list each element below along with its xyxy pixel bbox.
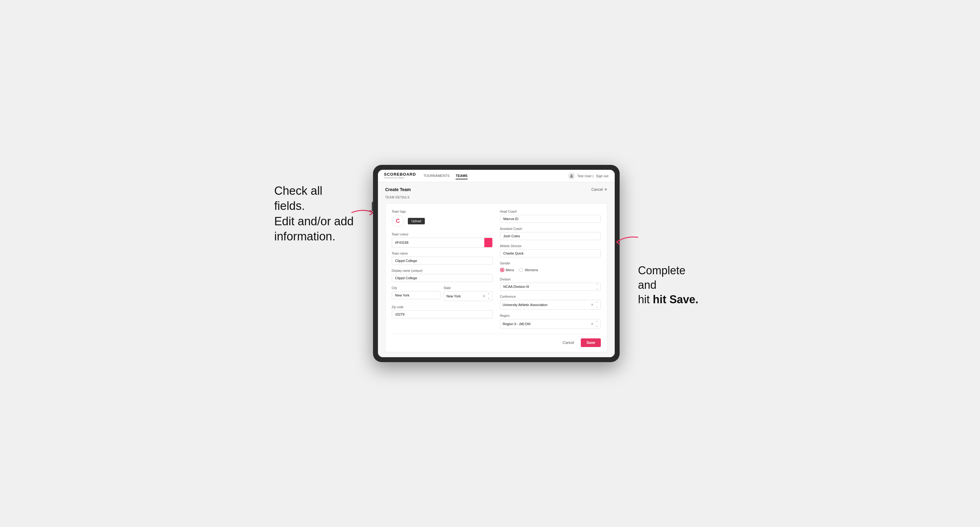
state-group: State New York ✕ ⌃⌄: [444, 286, 493, 301]
gender-radio-group: Mens Womens: [500, 267, 601, 273]
conference-clear-icon[interactable]: ✕: [591, 303, 594, 307]
brand-sub: Powered by clippd: [384, 176, 416, 179]
annotation-right-text: Complete and hit hit Save.: [638, 264, 706, 306]
state-select-actions: ✕ ⌃⌄: [482, 293, 490, 300]
city-state-row: City State New York ✕: [392, 286, 493, 301]
division-label: Division: [500, 278, 601, 281]
page-title-bar: Create Team Cancel ✕: [385, 187, 607, 192]
annotation-left-text: Check all fields. Edit and/or add inform…: [274, 183, 355, 244]
color-swatch[interactable]: [484, 238, 492, 247]
main-content: Create Team Cancel ✕ TEAM DETAILS: [378, 182, 615, 357]
user-label: Test User |: [578, 174, 593, 178]
assistant-coach-group: Assistant Coach: [500, 227, 601, 240]
zip-group: Zip code: [392, 305, 493, 318]
nav-tournaments[interactable]: TOURNAMENTS: [423, 173, 449, 179]
tablet-side-button-1: [372, 202, 373, 211]
form-footer: Cancel Save: [392, 334, 601, 347]
brand: SCOREBOARD Powered by clippd: [384, 172, 416, 179]
sign-out-link[interactable]: Sign out: [596, 174, 608, 178]
brand-name: SCOREBOARD: [384, 172, 416, 176]
gender-label: Gender: [500, 262, 601, 265]
athletic-director-label: Athletic Director: [500, 244, 601, 248]
form-col-right: Head Coach Assistant Coach Athletic Dire…: [500, 210, 601, 329]
gender-mens-option[interactable]: Mens: [500, 268, 514, 272]
head-coach-input[interactable]: [500, 215, 601, 223]
conference-select-value: University Athletic Association: [503, 303, 591, 306]
form-section-title: TEAM DETAILS: [385, 196, 607, 199]
right-arrow-svg: [610, 233, 638, 248]
zip-input[interactable]: [392, 310, 493, 318]
annotation-right: Complete and hit hit Save.: [638, 165, 706, 306]
form-container: Team logo C Upload Team colour: [385, 203, 607, 352]
region-clear-icon[interactable]: ✕: [591, 322, 594, 326]
navbar: SCOREBOARD Powered by clippd TOURNAMENTS…: [378, 170, 615, 182]
nav-teams[interactable]: TEAMS: [456, 173, 468, 179]
city-state-group: City State New York ✕: [392, 286, 493, 301]
tablet-frame: SCOREBOARD Powered by clippd TOURNAMENTS…: [373, 165, 620, 362]
athletic-director-group: Athletic Director: [500, 244, 601, 257]
display-name-group: Display name (unique): [392, 269, 493, 282]
team-colour-input[interactable]: [392, 239, 484, 246]
gender-womens-radio[interactable]: [519, 268, 523, 272]
team-colour-label: Team colour: [392, 233, 493, 236]
state-select-wrapper[interactable]: New York ✕ ⌃⌄: [444, 291, 493, 301]
region-label: Region: [500, 314, 601, 317]
head-coach-label: Head Coach: [500, 210, 601, 213]
team-name-input[interactable]: [392, 257, 493, 265]
display-name-input[interactable]: [392, 274, 493, 282]
region-select-actions: ✕ ⌃⌄: [591, 321, 598, 327]
region-group: Region Region II - (M) DIII ✕ ⌃⌄: [500, 314, 601, 329]
nav-right: Test User | Sign out: [568, 173, 609, 179]
region-select-value: Region II - (M) DIII: [503, 322, 591, 326]
cancel-button[interactable]: Cancel: [559, 339, 578, 347]
region-select-wrapper[interactable]: Region II - (M) DIII ✕ ⌃⌄: [500, 319, 601, 329]
assistant-coach-input[interactable]: [500, 232, 601, 240]
annotation-left: Check all fields. Edit and/or add inform…: [274, 165, 355, 244]
region-chevron-icon: ⌃⌄: [596, 321, 598, 327]
division-select[interactable]: NCAA Division III: [500, 283, 601, 290]
conference-chevron-icon: ⌃⌄: [596, 302, 598, 308]
state-select-value: New York: [446, 294, 482, 298]
conference-group: Conference University Athletic Associati…: [500, 295, 601, 310]
state-label: State: [444, 286, 493, 290]
conference-select-actions: ✕ ⌃⌄: [591, 302, 598, 308]
header-cancel-link[interactable]: Cancel ✕: [591, 187, 607, 192]
gender-mens-radio[interactable]: [500, 268, 504, 272]
display-name-label: Display name (unique): [392, 269, 493, 273]
team-name-group: Team name: [392, 252, 493, 265]
form-grid: Team logo C Upload Team colour: [392, 210, 601, 329]
state-chevron-icon: ⌃⌄: [487, 293, 490, 300]
zip-label: Zip code: [392, 305, 493, 309]
upload-button[interactable]: Upload: [408, 218, 425, 224]
city-input[interactable]: [392, 291, 441, 299]
user-avatar: [568, 173, 575, 179]
team-logo-label: Team logo: [392, 210, 493, 213]
page-title: Create Team: [385, 187, 411, 192]
nav-links: TOURNAMENTS TEAMS: [423, 173, 560, 179]
team-name-label: Team name: [392, 252, 493, 255]
tablet-screen: SCOREBOARD Powered by clippd TOURNAMENTS…: [378, 170, 615, 357]
save-button[interactable]: Save: [581, 338, 600, 347]
gender-group: Gender Mens Womens: [500, 262, 601, 273]
city-group: City: [392, 286, 441, 301]
team-logo-group: Team logo C Upload: [392, 210, 493, 229]
logo-circle: C: [392, 215, 404, 227]
logo-section: C Upload: [392, 215, 493, 227]
head-coach-group: Head Coach: [500, 210, 601, 223]
gender-womens-option[interactable]: Womens: [519, 268, 538, 272]
athletic-director-input[interactable]: [500, 249, 601, 257]
division-select-wrapper: NCAA Division III ⌃⌄: [500, 283, 601, 290]
form-col-left: Team logo C Upload Team colour: [392, 210, 493, 329]
division-group: Division NCAA Division III ⌃⌄: [500, 278, 601, 290]
conference-select-wrapper[interactable]: University Athletic Association ✕ ⌃⌄: [500, 300, 601, 310]
assistant-coach-label: Assistant Coach: [500, 227, 601, 230]
conference-label: Conference: [500, 295, 601, 298]
city-label: City: [392, 286, 441, 290]
state-clear-icon[interactable]: ✕: [482, 294, 485, 298]
team-colour-group: Team colour: [392, 233, 493, 248]
color-input-wrapper: [392, 238, 493, 248]
